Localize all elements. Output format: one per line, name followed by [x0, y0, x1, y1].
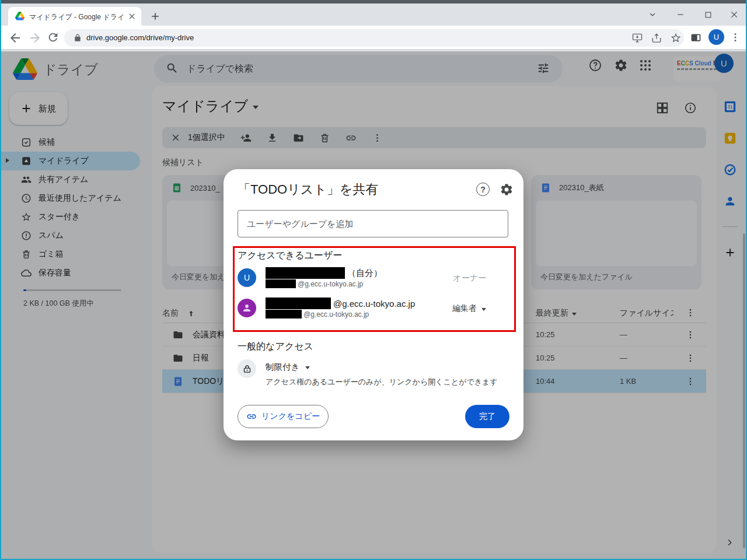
browser-profile-avatar[interactable]: U: [708, 29, 724, 45]
secure-lock-icon[interactable]: [74, 34, 82, 42]
search-options-icon[interactable]: [537, 62, 550, 75]
tab-close-icon[interactable]: [127, 12, 137, 21]
sidebar-item-storage[interactable]: 保存容量: [0, 264, 140, 282]
svg-text:31: 31: [727, 104, 733, 110]
sidebar-item-suggestions[interactable]: 候補: [0, 133, 140, 152]
column-modified[interactable]: 最終更新: [536, 308, 577, 318]
sort-caret-icon: [572, 313, 577, 316]
drive-favicon: [15, 12, 25, 20]
expand-panel-chevron-icon[interactable]: [725, 538, 734, 547]
general-access-description: アクセス権のあるユーザーのみが、リンクから開くことができます: [266, 377, 498, 387]
app-name: ドライブ: [43, 61, 98, 79]
done-button[interactable]: 完了: [465, 405, 509, 428]
sidebar-item-label: ゴミ箱: [39, 249, 64, 260]
sidebar-item-starred[interactable]: スター付き: [0, 208, 140, 226]
sidebar-item-label: 最近使用したアイテム: [39, 193, 121, 204]
new-button-label: 新規: [39, 103, 56, 114]
tab-title: マイドライブ - Google ドライブ: [29, 12, 125, 22]
dialog-title: 「TODOリスト」を共有: [238, 181, 378, 198]
copy-link-button[interactable]: リンクをコピー: [238, 405, 329, 428]
window-chevron-icon[interactable]: [644, 8, 661, 21]
sidebar-item-label: 候補: [39, 137, 55, 148]
row-more-icon[interactable]: [685, 376, 696, 387]
new-button[interactable]: 新規: [9, 92, 68, 125]
browser-tab-bar: マイドライブ - Google ドライブ: [0, 4, 747, 26]
plus-icon: [20, 102, 33, 115]
annotation-highlight-box: [233, 246, 516, 332]
table-settings-icon[interactable]: [685, 307, 696, 318]
file-size: —: [620, 354, 627, 362]
search-bar[interactable]: [154, 55, 563, 83]
sidebar-item-trash[interactable]: ゴミ箱: [0, 245, 140, 264]
sidebar-item-label: 共有アイテム: [39, 174, 88, 185]
info-icon[interactable]: [684, 102, 698, 116]
file-name: 日報: [193, 353, 209, 363]
grid-view-icon[interactable]: [656, 102, 670, 116]
side-panel-icon[interactable]: [690, 32, 704, 46]
column-size[interactable]: ファイルサイズ: [620, 308, 673, 318]
dialog-help-icon[interactable]: ?: [476, 183, 490, 196]
file-modified: 10:25: [536, 354, 555, 362]
search-input[interactable]: [187, 55, 514, 83]
row-more-icon[interactable]: [685, 330, 696, 340]
browser-tab[interactable]: マイドライブ - Google ドライブ: [8, 7, 141, 26]
clear-selection-icon[interactable]: [170, 132, 181, 143]
page-scrollbar[interactable]: [743, 233, 745, 548]
search-icon[interactable]: [166, 62, 179, 75]
settings-gear-icon[interactable]: [614, 58, 628, 72]
sidebar-item-my-drive[interactable]: マイドライブ: [0, 152, 140, 170]
star-icon: [21, 212, 32, 222]
sidebar-item-spam[interactable]: スパム: [0, 226, 140, 245]
window-maximize-button[interactable]: [700, 8, 716, 21]
share-page-icon[interactable]: [651, 32, 662, 44]
eccs-badge-subtext: [677, 68, 717, 70]
address-bar[interactable]: drive.google.com/drive/my-drive: [64, 29, 684, 47]
share-settings-gear-icon[interactable]: [500, 183, 514, 197]
download-icon[interactable]: [267, 132, 278, 144]
get-link-icon[interactable]: [345, 132, 357, 144]
share-add-person-icon[interactable]: [240, 132, 252, 144]
card-preview: [536, 201, 697, 266]
apps-grid-icon[interactable]: [638, 58, 652, 72]
add-addon-icon[interactable]: [724, 246, 736, 259]
window-minimize-button[interactable]: [672, 8, 689, 21]
drive-logo[interactable]: [13, 58, 37, 80]
more-actions-icon[interactable]: [372, 132, 383, 144]
browser-toolbar: drive.google.com/drive/my-drive U: [0, 26, 747, 50]
forward-button[interactable]: [28, 31, 42, 45]
back-button[interactable]: [8, 31, 22, 45]
tasks-icon[interactable]: [724, 163, 736, 176]
help-icon[interactable]: [588, 58, 602, 72]
install-app-icon[interactable]: [631, 32, 643, 44]
sidebar-item-shared[interactable]: 共有アイテム: [0, 170, 140, 189]
refresh-button[interactable]: [47, 31, 61, 45]
add-people-input[interactable]: [238, 210, 508, 237]
row-more-icon[interactable]: [685, 353, 696, 363]
trash-icon[interactable]: [319, 132, 330, 144]
sidebar-item-recent[interactable]: 最近使用したアイテム: [0, 189, 140, 208]
calendar-icon[interactable]: 31: [724, 100, 736, 113]
keep-icon[interactable]: [724, 132, 736, 145]
window-frame: [0, 0, 747, 4]
column-name[interactable]: 名前: [162, 308, 196, 318]
browser-menu-icon[interactable]: [729, 32, 743, 46]
suggested-file-card[interactable]: 202310_表紙 今日変更を加えたファイル: [531, 175, 701, 289]
new-tab-button[interactable]: [149, 10, 161, 22]
move-to-folder-icon[interactable]: [293, 132, 304, 144]
storage-progress-bar: [23, 289, 121, 291]
cloud-icon: [21, 268, 32, 278]
general-access-dropdown[interactable]: 制限付き: [266, 362, 310, 373]
window-close-button[interactable]: [726, 8, 742, 21]
bookmark-star-icon[interactable]: [670, 32, 682, 44]
folder-icon: [173, 330, 183, 340]
expand-caret-icon[interactable]: [6, 158, 9, 163]
docs-file-icon: [173, 376, 183, 387]
file-modified: 10:44: [536, 377, 555, 386]
contacts-icon[interactable]: [724, 195, 736, 208]
account-avatar[interactable]: U: [714, 54, 734, 73]
chevron-down-icon[interactable]: [253, 106, 259, 109]
clock-icon: [21, 193, 32, 204]
restricted-lock-icon[interactable]: [238, 359, 256, 378]
page-title[interactable]: マイドライブ: [162, 97, 259, 116]
spam-icon: [21, 230, 32, 241]
